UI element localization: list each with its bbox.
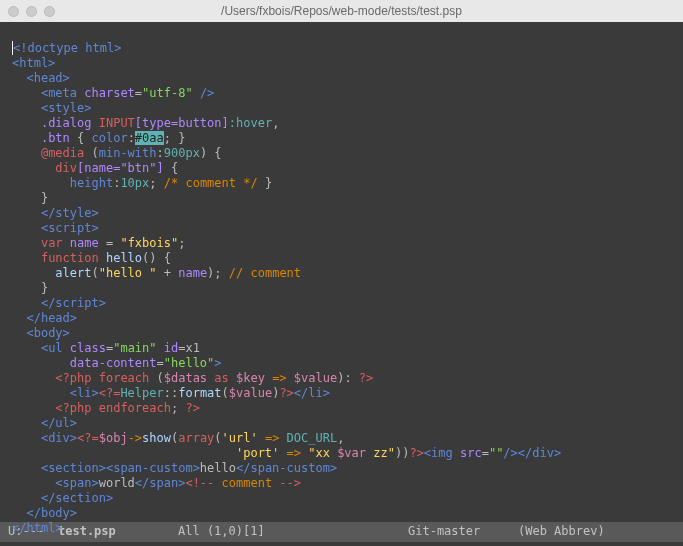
modeline-filename: test.psp: [58, 524, 178, 540]
modeline-mode: (Web Abbrev): [518, 524, 605, 540]
modeline-vc: Git-master: [408, 524, 518, 540]
code-editor[interactable]: <!doctype html> <html> <head> <meta char…: [0, 22, 683, 522]
window-titlebar: /Users/fxbois/Repos/web-mode/tests/test.…: [0, 0, 683, 22]
modeline-position: All (1,0)[1]: [178, 524, 408, 540]
window-title: /Users/fxbois/Repos/web-mode/tests/test.…: [0, 4, 683, 18]
mode-line: U:--- test.psp All (1,0)[1] Git-master (…: [0, 522, 683, 542]
